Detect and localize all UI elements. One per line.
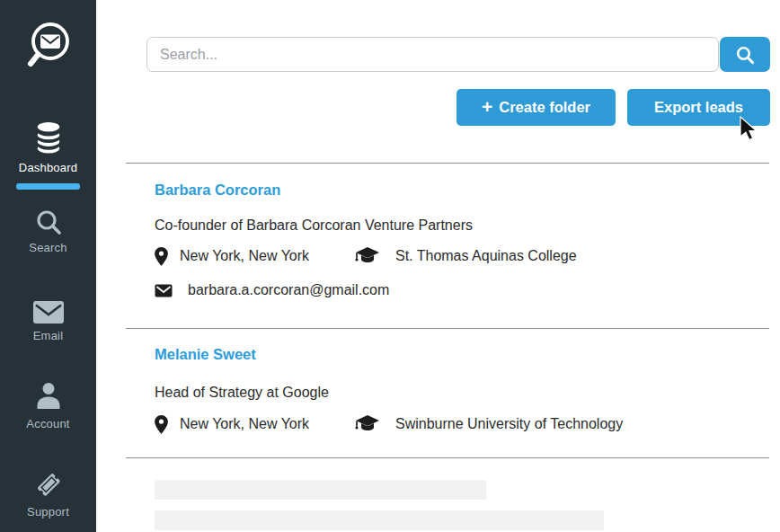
skeleton-bar xyxy=(155,480,486,500)
envelope-icon xyxy=(33,301,64,324)
create-folder-button[interactable]: + Create folder xyxy=(456,89,616,126)
lead-email-row: barbara.a.corcoran@gmail.com xyxy=(155,279,389,302)
sidebar-item-label: Search xyxy=(0,241,96,254)
sidebar-item-label: Support xyxy=(0,505,96,519)
search-input[interactable] xyxy=(146,37,719,72)
lead-title: Co-founder of Barbara Corcoran Venture P… xyxy=(155,217,473,234)
search-button[interactable] xyxy=(720,37,770,72)
sidebar-item-label: Email xyxy=(0,329,96,342)
sidebar-item-email[interactable]: Email xyxy=(0,301,96,342)
location-pin-icon xyxy=(155,415,168,434)
divider xyxy=(126,457,769,458)
app-window: Dashboard Search Email Account xyxy=(0,0,780,532)
app-logo xyxy=(23,20,74,74)
graduation-cap-icon xyxy=(354,414,381,434)
graduation-cap-icon xyxy=(354,246,381,266)
mail-search-logo-icon xyxy=(23,20,74,74)
lead-education: St. Thomas Aquinas College xyxy=(354,246,577,266)
sidebar-item-dashboard[interactable]: Dashboard xyxy=(0,120,96,174)
lead-education-text: Swinburne University of Technology xyxy=(395,416,623,432)
plus-icon: + xyxy=(482,97,492,116)
active-tab-indicator xyxy=(16,183,80,190)
export-leads-label: Export leads xyxy=(654,99,743,116)
export-leads-button[interactable]: Export leads xyxy=(627,89,770,126)
lead-name-link[interactable]: Barbara Corcoran xyxy=(155,182,280,199)
lead-education: Swinburne University of Technology xyxy=(354,414,623,434)
database-icon xyxy=(34,120,63,155)
search-icon xyxy=(735,45,755,65)
lead-location: New York, New York xyxy=(155,247,309,266)
lead-location-text: New York, New York xyxy=(180,248,309,264)
skeleton-bar xyxy=(155,510,604,530)
lead-meta-row: New York, New York St. Thomas Aquinas Co… xyxy=(155,244,309,268)
envelope-icon xyxy=(155,284,173,297)
sidebar-item-search[interactable]: Search xyxy=(0,208,96,254)
lead-name-link[interactable]: Melanie Sweet xyxy=(155,346,256,363)
lead-title: Head of Strategy at Google xyxy=(155,385,329,401)
sidebar-item-label: Dashboard xyxy=(0,161,96,174)
search-icon xyxy=(35,208,62,235)
person-icon xyxy=(34,381,63,412)
divider xyxy=(126,328,769,329)
create-folder-label: Create folder xyxy=(499,99,590,116)
lead-education-text: St. Thomas Aquinas College xyxy=(395,248,577,264)
location-pin-icon xyxy=(155,247,168,266)
sidebar-item-label: Account xyxy=(0,417,96,430)
sidebar-item-support[interactable]: Support xyxy=(0,469,96,519)
sidebar-item-account[interactable]: Account xyxy=(0,381,96,430)
divider xyxy=(126,163,769,164)
lead-email-text: barbara.a.corcoran@gmail.com xyxy=(188,282,389,298)
ticket-icon xyxy=(33,469,64,500)
lead-location-text: New York, New York xyxy=(180,416,309,432)
sidebar: Dashboard Search Email Account xyxy=(0,0,96,532)
lead-location: New York, New York xyxy=(155,415,309,434)
lead-meta-row: New York, New York Swinburne University … xyxy=(155,412,309,436)
